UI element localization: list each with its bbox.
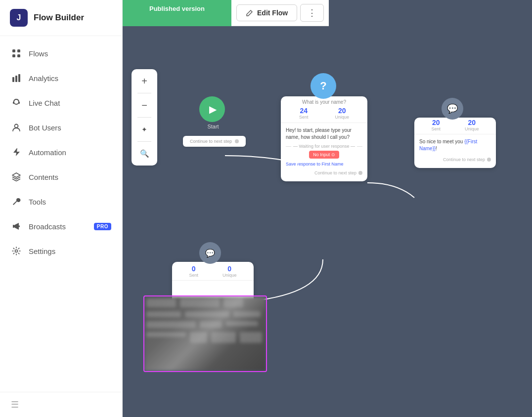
send2-unique-num: 20 bbox=[465, 119, 479, 126]
zoom-reset-button[interactable]: ✦ bbox=[135, 121, 153, 138]
zoom-out-button[interactable]: − bbox=[135, 96, 153, 114]
question-continue: Continue to next step bbox=[286, 168, 362, 177]
headset-icon bbox=[11, 97, 22, 108]
grid-icon bbox=[11, 48, 22, 59]
main-canvas: Published version Edit Flow ⋮ + − ✦ 🔍 ▶ bbox=[123, 0, 532, 417]
zoom-divider2 bbox=[137, 117, 151, 118]
zoom-divider3 bbox=[137, 141, 151, 142]
question-unique-stat: 20 Unique bbox=[335, 107, 349, 120]
sidebar-item-label: Flows bbox=[29, 49, 111, 58]
sidebar-item-label: Bot Users bbox=[29, 124, 111, 132]
send2-body: So nice to meet you {{First Name}}! Cont… bbox=[414, 134, 496, 168]
message-icon: 💬 bbox=[447, 103, 458, 114]
question-sent-num: 24 bbox=[299, 107, 309, 115]
send2-node-icon: 💬 bbox=[442, 98, 463, 120]
sidebar-item-broadcasts[interactable]: Broadcasts PRO bbox=[0, 214, 122, 239]
svg-rect-1 bbox=[17, 49, 20, 52]
send1-stats: 0 Sent 0 Unique bbox=[172, 262, 254, 281]
sidebar-item-label: Tools bbox=[29, 198, 111, 206]
send2-continue: Continue to next step bbox=[419, 155, 491, 164]
send2-unique-stat: 20 Unique bbox=[465, 119, 479, 131]
svg-rect-5 bbox=[15, 76, 17, 82]
send1-sent-label: Sent bbox=[189, 273, 198, 278]
svg-point-10 bbox=[15, 125, 18, 128]
save-response: Save response to First Name bbox=[286, 162, 362, 167]
question-unique-num: 20 bbox=[335, 107, 349, 115]
sidebar-item-settings[interactable]: Settings bbox=[0, 239, 122, 263]
start-node[interactable]: ▶ bbox=[199, 96, 225, 122]
sidebar-item-label: Live Chat bbox=[29, 99, 111, 107]
svg-point-11 bbox=[15, 250, 18, 252]
sidebar-nav: Flows Analytics Live Chat Bot Users bbox=[0, 36, 122, 392]
zoom-search-button[interactable]: 🔍 bbox=[135, 145, 153, 163]
send1-sent-stat: 0 Sent bbox=[189, 265, 198, 278]
sidebar-item-contents[interactable]: Contents bbox=[0, 165, 122, 189]
sidebar-item-label: Contents bbox=[29, 173, 111, 181]
sidebar-item-live-chat[interactable]: Live Chat bbox=[0, 90, 122, 115]
sidebar-item-analytics[interactable]: Analytics bbox=[0, 66, 122, 90]
send2-sent-label: Sent bbox=[431, 126, 441, 131]
hamburger-icon[interactable]: ☰ bbox=[11, 399, 111, 410]
message2-icon: 💬 bbox=[205, 249, 215, 258]
play-icon: ▶ bbox=[209, 103, 217, 115]
user-icon bbox=[11, 122, 22, 133]
send1-unique-label: Unique bbox=[222, 273, 237, 278]
question-body: Hey! to start, please type your name, ho… bbox=[281, 123, 367, 181]
svg-rect-4 bbox=[12, 77, 14, 82]
gear-icon bbox=[11, 246, 22, 256]
selection-box bbox=[143, 295, 267, 372]
start-continue-box: Continue to next step bbox=[183, 136, 246, 147]
edit-flow-button[interactable]: Edit Flow bbox=[236, 4, 297, 21]
top-bar: Published version Edit Flow ⋮ bbox=[123, 0, 532, 26]
sidebar-logo: J Flow Builder bbox=[0, 0, 122, 36]
zoom-controls: + − ✦ 🔍 bbox=[132, 69, 157, 166]
svg-rect-9 bbox=[18, 102, 20, 104]
question-stats: 24 Sent 20 Unique bbox=[281, 106, 367, 123]
wrench-icon bbox=[11, 196, 22, 207]
toolbar-actions: Edit Flow ⋮ bbox=[231, 0, 329, 26]
waiting-label: — Waiting for user response — bbox=[286, 144, 362, 149]
svg-rect-8 bbox=[13, 102, 14, 104]
send2-stats: 20 Sent 20 Unique bbox=[414, 118, 496, 134]
published-badge: Published version bbox=[123, 0, 231, 26]
more-options-button[interactable]: ⋮ bbox=[300, 4, 324, 22]
lightning-icon bbox=[11, 147, 22, 158]
question-message: Hey! to start, please type your name, ho… bbox=[286, 127, 362, 141]
zoom-divider bbox=[137, 93, 151, 93]
sidebar-item-flows[interactable]: Flows bbox=[0, 41, 122, 66]
send1-unique-num: 0 bbox=[222, 265, 237, 273]
svg-rect-6 bbox=[18, 74, 20, 82]
sidebar-item-tools[interactable]: Tools bbox=[0, 189, 122, 214]
start-label: Start bbox=[196, 124, 230, 129]
question-sent-stat: 24 Sent bbox=[299, 107, 309, 120]
send2-message: So nice to meet you {{First Name}}! bbox=[419, 138, 491, 152]
sidebar-item-label: Automation bbox=[29, 148, 111, 157]
svg-rect-0 bbox=[12, 49, 15, 52]
sidebar-item-label: Broadcasts bbox=[29, 222, 87, 231]
layers-icon bbox=[11, 171, 22, 182]
send1-sent-num: 0 bbox=[189, 265, 198, 273]
megaphone-icon bbox=[11, 221, 22, 232]
question-sent-label: Sent bbox=[299, 115, 309, 120]
chart-icon bbox=[11, 73, 22, 83]
send2-node-card[interactable]: 20 Sent 20 Unique So nice to meet you {{… bbox=[414, 118, 496, 168]
no-input-button[interactable]: No Input ⊙ bbox=[309, 151, 339, 159]
continue-dot bbox=[235, 139, 239, 143]
svg-rect-3 bbox=[17, 54, 20, 57]
sidebar-item-automation[interactable]: Automation bbox=[0, 140, 122, 165]
send1-node-icon: 💬 bbox=[199, 242, 221, 264]
zoom-in-button[interactable]: + bbox=[135, 72, 153, 90]
sidebar-item-label: Analytics bbox=[29, 74, 111, 83]
send2-sent-stat: 20 Sent bbox=[431, 119, 441, 131]
question-icon: ? bbox=[320, 80, 326, 92]
send2-unique-label: Unique bbox=[465, 126, 479, 131]
sidebar: J Flow Builder Flows Analytics Live Chat bbox=[0, 0, 123, 417]
app-title: Flow Builder bbox=[34, 13, 84, 23]
question-node-card[interactable]: What is your name? 24 Sent 20 Unique Hey… bbox=[281, 96, 367, 181]
send2-sent-num: 20 bbox=[431, 119, 441, 126]
sidebar-item-bot-users[interactable]: Bot Users bbox=[0, 115, 122, 140]
question-node-icon: ? bbox=[310, 73, 336, 99]
sidebar-bottom: ☰ bbox=[0, 392, 122, 417]
pro-badge: PRO bbox=[94, 223, 111, 230]
svg-rect-2 bbox=[12, 54, 15, 57]
